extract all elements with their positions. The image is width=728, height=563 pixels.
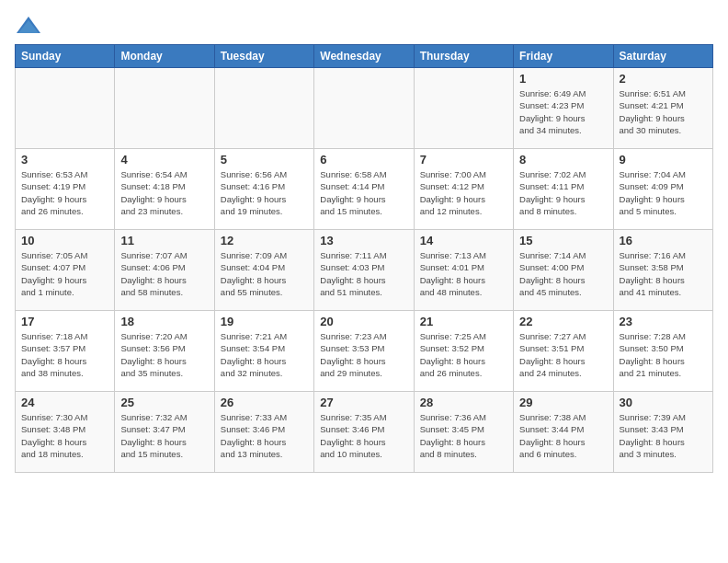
calendar-cell: 30Sunrise: 7:39 AM Sunset: 3:43 PM Dayli… — [613, 392, 712, 473]
weekday-header-tuesday: Tuesday — [214, 45, 313, 68]
day-number: 11 — [120, 234, 208, 247]
calendar-cell: 9Sunrise: 7:04 AM Sunset: 4:09 PM Daylig… — [613, 149, 712, 230]
day-number: 13 — [320, 234, 407, 247]
day-number: 29 — [519, 396, 607, 409]
day-info: Sunrise: 7:35 AM Sunset: 3:46 PM Dayligh… — [320, 411, 407, 460]
day-info: Sunrise: 7:02 AM Sunset: 4:11 PM Dayligh… — [519, 168, 607, 217]
weekday-header-sunday: Sunday — [16, 45, 115, 68]
calendar-cell: 6Sunrise: 6:58 AM Sunset: 4:14 PM Daylig… — [314, 149, 414, 230]
day-info: Sunrise: 7:39 AM Sunset: 3:43 PM Dayligh… — [620, 411, 707, 460]
calendar-cell: 4Sunrise: 6:54 AM Sunset: 4:18 PM Daylig… — [115, 149, 214, 230]
day-number: 4 — [120, 153, 208, 167]
day-number: 24 — [21, 396, 108, 409]
calendar-cell — [314, 68, 414, 149]
calendar-cell: 15Sunrise: 7:14 AM Sunset: 4:00 PM Dayli… — [514, 230, 613, 311]
weekday-header-row: SundayMondayTuesdayWednesdayThursdayFrid… — [16, 45, 713, 68]
day-number: 22 — [519, 315, 607, 328]
day-info: Sunrise: 7:21 AM Sunset: 3:54 PM Dayligh… — [221, 330, 308, 379]
calendar-cell: 24Sunrise: 7:30 AM Sunset: 3:48 PM Dayli… — [16, 392, 115, 473]
day-info: Sunrise: 7:38 AM Sunset: 3:44 PM Dayligh… — [519, 411, 607, 460]
day-info: Sunrise: 7:09 AM Sunset: 4:04 PM Dayligh… — [221, 249, 308, 298]
header — [15, 15, 713, 37]
day-info: Sunrise: 7:32 AM Sunset: 3:47 PM Dayligh… — [120, 411, 208, 460]
calendar-cell: 17Sunrise: 7:18 AM Sunset: 3:57 PM Dayli… — [16, 311, 115, 392]
day-info: Sunrise: 7:33 AM Sunset: 3:46 PM Dayligh… — [221, 411, 308, 460]
day-number: 10 — [21, 234, 108, 247]
day-info: Sunrise: 7:00 AM Sunset: 4:12 PM Dayligh… — [420, 168, 507, 217]
calendar-cell: 19Sunrise: 7:21 AM Sunset: 3:54 PM Dayli… — [214, 311, 313, 392]
day-number: 3 — [21, 153, 108, 167]
day-info: Sunrise: 6:58 AM Sunset: 4:14 PM Dayligh… — [320, 168, 407, 217]
calendar-cell: 29Sunrise: 7:38 AM Sunset: 3:44 PM Dayli… — [514, 392, 613, 473]
calendar-cell: 22Sunrise: 7:27 AM Sunset: 3:51 PM Dayli… — [514, 311, 613, 392]
day-number: 9 — [620, 153, 707, 167]
calendar-cell: 27Sunrise: 7:35 AM Sunset: 3:46 PM Dayli… — [314, 392, 414, 473]
day-info: Sunrise: 6:51 AM Sunset: 4:21 PM Dayligh… — [620, 87, 707, 136]
weekday-header-friday: Friday — [514, 45, 613, 68]
calendar-cell: 8Sunrise: 7:02 AM Sunset: 4:11 PM Daylig… — [514, 149, 613, 230]
calendar-cell: 16Sunrise: 7:16 AM Sunset: 3:58 PM Dayli… — [613, 230, 712, 311]
calendar-cell: 5Sunrise: 6:56 AM Sunset: 4:16 PM Daylig… — [214, 149, 313, 230]
week-row-3: 10Sunrise: 7:05 AM Sunset: 4:07 PM Dayli… — [16, 230, 713, 311]
calendar-cell: 18Sunrise: 7:20 AM Sunset: 3:56 PM Dayli… — [115, 311, 214, 392]
calendar-cell: 2Sunrise: 6:51 AM Sunset: 4:21 PM Daylig… — [613, 68, 712, 149]
calendar-cell — [115, 68, 214, 149]
day-number: 16 — [620, 234, 707, 247]
week-row-1: 1Sunrise: 6:49 AM Sunset: 4:23 PM Daylig… — [16, 68, 713, 149]
day-info: Sunrise: 7:05 AM Sunset: 4:07 PM Dayligh… — [21, 249, 108, 298]
day-number: 12 — [221, 234, 308, 247]
day-info: Sunrise: 7:16 AM Sunset: 3:58 PM Dayligh… — [620, 249, 707, 298]
day-info: Sunrise: 7:13 AM Sunset: 4:01 PM Dayligh… — [420, 249, 507, 298]
logo-icon — [15, 15, 42, 37]
calendar-cell: 12Sunrise: 7:09 AM Sunset: 4:04 PM Dayli… — [214, 230, 313, 311]
day-info: Sunrise: 7:11 AM Sunset: 4:03 PM Dayligh… — [320, 249, 407, 298]
week-row-4: 17Sunrise: 7:18 AM Sunset: 3:57 PM Dayli… — [16, 311, 713, 392]
calendar-cell — [414, 68, 513, 149]
day-number: 21 — [420, 315, 507, 328]
calendar-cell: 28Sunrise: 7:36 AM Sunset: 3:45 PM Dayli… — [414, 392, 513, 473]
calendar-cell: 14Sunrise: 7:13 AM Sunset: 4:01 PM Dayli… — [414, 230, 513, 311]
day-info: Sunrise: 7:20 AM Sunset: 3:56 PM Dayligh… — [120, 330, 208, 379]
day-number: 27 — [320, 396, 407, 409]
day-info: Sunrise: 7:23 AM Sunset: 3:53 PM Dayligh… — [320, 330, 407, 379]
day-info: Sunrise: 6:53 AM Sunset: 4:19 PM Dayligh… — [21, 168, 108, 217]
day-number: 26 — [221, 396, 308, 409]
weekday-header-saturday: Saturday — [613, 45, 712, 68]
day-info: Sunrise: 7:07 AM Sunset: 4:06 PM Dayligh… — [120, 249, 208, 298]
day-number: 15 — [519, 234, 607, 247]
day-info: Sunrise: 7:14 AM Sunset: 4:00 PM Dayligh… — [519, 249, 607, 298]
calendar-cell: 20Sunrise: 7:23 AM Sunset: 3:53 PM Dayli… — [314, 311, 414, 392]
day-number: 23 — [620, 315, 707, 328]
day-info: Sunrise: 7:25 AM Sunset: 3:52 PM Dayligh… — [420, 330, 507, 379]
day-info: Sunrise: 7:28 AM Sunset: 3:50 PM Dayligh… — [620, 330, 707, 379]
day-info: Sunrise: 6:54 AM Sunset: 4:18 PM Dayligh… — [120, 168, 208, 217]
day-info: Sunrise: 7:36 AM Sunset: 3:45 PM Dayligh… — [420, 411, 507, 460]
calendar-cell: 26Sunrise: 7:33 AM Sunset: 3:46 PM Dayli… — [214, 392, 313, 473]
weekday-header-monday: Monday — [115, 45, 214, 68]
day-number: 19 — [221, 315, 308, 328]
day-number: 2 — [620, 72, 707, 86]
day-info: Sunrise: 6:49 AM Sunset: 4:23 PM Dayligh… — [519, 87, 607, 136]
calendar-cell: 23Sunrise: 7:28 AM Sunset: 3:50 PM Dayli… — [613, 311, 712, 392]
weekday-header-thursday: Thursday — [414, 45, 513, 68]
day-number: 8 — [519, 153, 607, 167]
day-number: 25 — [120, 396, 208, 409]
day-number: 28 — [420, 396, 507, 409]
weekday-header-wednesday: Wednesday — [314, 45, 414, 68]
day-number: 6 — [320, 153, 407, 167]
day-number: 7 — [420, 153, 507, 167]
calendar-cell: 25Sunrise: 7:32 AM Sunset: 3:47 PM Dayli… — [115, 392, 214, 473]
calendar-cell: 1Sunrise: 6:49 AM Sunset: 4:23 PM Daylig… — [514, 68, 613, 149]
day-number: 5 — [221, 153, 308, 167]
day-number: 20 — [320, 315, 407, 328]
day-info: Sunrise: 7:30 AM Sunset: 3:48 PM Dayligh… — [21, 411, 108, 460]
calendar-cell: 7Sunrise: 7:00 AM Sunset: 4:12 PM Daylig… — [414, 149, 513, 230]
calendar-cell: 21Sunrise: 7:25 AM Sunset: 3:52 PM Dayli… — [414, 311, 513, 392]
day-number: 17 — [21, 315, 108, 328]
logo — [15, 15, 46, 37]
week-row-2: 3Sunrise: 6:53 AM Sunset: 4:19 PM Daylig… — [16, 149, 713, 230]
week-row-5: 24Sunrise: 7:30 AM Sunset: 3:48 PM Dayli… — [16, 392, 713, 473]
day-info: Sunrise: 6:56 AM Sunset: 4:16 PM Dayligh… — [221, 168, 308, 217]
day-number: 30 — [620, 396, 707, 409]
calendar-cell — [214, 68, 313, 149]
